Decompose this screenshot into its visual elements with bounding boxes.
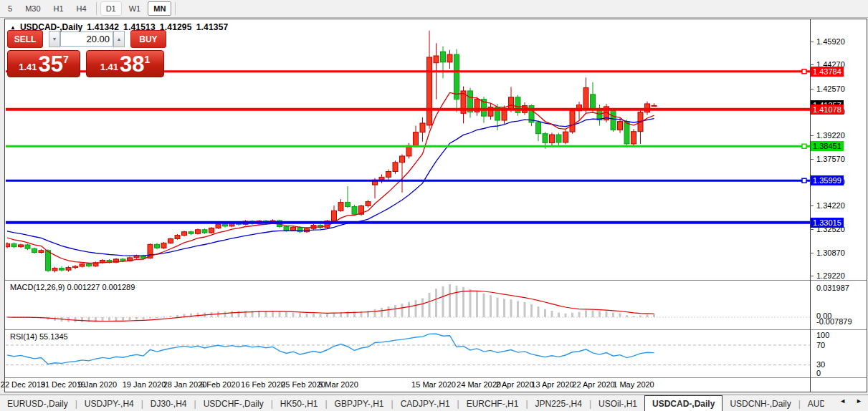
indicator-scale-label: 100 <box>816 331 829 339</box>
sell-price-box[interactable]: 1.41 35 7 <box>7 50 80 77</box>
tab-scroll-arrows: ◄ ► <box>839 397 862 405</box>
price-tick-label: 1.34220 <box>816 201 845 210</box>
price-tick-label: 1.29220 <box>816 271 845 280</box>
chart-tab-dj30-h4[interactable]: DJ30-,H4 <box>143 397 194 411</box>
buy-price-box[interactable]: 1.41 38 1 <box>86 50 164 77</box>
date-label: 19 Jan 2020 <box>123 380 166 389</box>
date-axis-separator <box>5 377 867 378</box>
chart-tab-usoil-h1[interactable]: USOil-,H1 <box>591 397 644 411</box>
rsi-label: RSI(14) 55.1345 <box>10 332 68 341</box>
date-label: 16 Feb 2020 <box>241 380 285 389</box>
date-label: 6 Feb 2020 <box>200 380 240 389</box>
date-label: 24 Mar 2020 <box>457 380 501 389</box>
chart-tab-eurchf-h1[interactable]: EURCHF-,H1 <box>459 397 526 411</box>
date-axis[interactable]: 22 Dec 201931 Dec 20199 Jan 202019 Jan 2… <box>5 379 810 392</box>
price-badge-1.41078: 1.41078 <box>811 105 844 115</box>
chart-tab-hk50-h1[interactable]: HK50-,H1 <box>273 397 325 411</box>
chart-tab-bar: EURUSD-,Daily|USDJPY-,H4|DJ30-,H4|USDCHF… <box>0 395 868 411</box>
indicator-scale-label: 0.031987 <box>816 284 849 292</box>
macd-pane-separator[interactable] <box>5 280 867 281</box>
chart-tab-cadjpy-h1[interactable]: CADJPY-,H1 <box>394 397 457 411</box>
price-tick-label: 1.42570 <box>816 84 845 93</box>
price-tick-mark <box>810 229 814 230</box>
price-badge-1.38451: 1.38451 <box>811 141 844 151</box>
volume-increase-button[interactable]: ▲ <box>113 31 125 47</box>
macd-label: MACD(12,26,9) 0.001227 0.001289 <box>10 283 135 291</box>
sell-price-prefix: 1.41 <box>19 62 37 72</box>
price-tick-mark <box>810 64 814 65</box>
price-tick-mark <box>810 253 814 253</box>
sell-price-pip: 7 <box>63 54 69 65</box>
indicator-scale-label: 70 <box>816 341 825 349</box>
date-label: 22 Dec 2019 <box>1 380 45 389</box>
volume-input[interactable] <box>60 32 113 47</box>
chart-tab-usdcnh-daily[interactable]: USDCNH-,Daily <box>722 397 798 411</box>
sell-price-big: 35 <box>39 54 63 75</box>
date-label: 15 Mar 2020 <box>411 380 456 389</box>
buy-price-prefix: 1.41 <box>100 62 118 72</box>
rsi-pane-separator[interactable] <box>5 329 867 330</box>
price-tick-label: 1.37570 <box>816 155 845 163</box>
price-tick-mark <box>810 89 814 90</box>
chart-tab-usdchf-daily[interactable]: USDCHF-,Daily <box>196 397 271 411</box>
price-axis[interactable]: 1.459201.442701.425701.409201.392201.375… <box>810 19 868 392</box>
price-tick-label: 1.30870 <box>816 248 845 257</box>
mt4-terminal: 5M30H1H4D1W1MN ▲ USDCAD-,Daily 1.41342 1… <box>0 0 868 411</box>
price-tick-label: 1.39220 <box>816 131 845 140</box>
chart-tab-eurusd-daily[interactable]: EURUSD-,Daily <box>0 397 75 411</box>
volume-decrease-button[interactable]: ▼ <box>49 31 60 47</box>
buy-price-pip: 1 <box>145 54 151 65</box>
chart-tab-jpn225-h4[interactable]: JPN225-,H4 <box>528 397 589 411</box>
date-label: 22 Apr 2020 <box>572 380 614 389</box>
chart-tab-usdjpy-h4[interactable]: USDJPY-,H4 <box>77 397 141 411</box>
date-label: 5 Mar 2020 <box>318 380 358 389</box>
chart-tab-audus[interactable]: AUDUS <box>801 397 824 411</box>
tab-scroll-right-icon[interactable]: ► <box>856 397 862 405</box>
ohlc-close: 1.41357 <box>196 22 229 32</box>
one-click-trading-panel: SELL ▼ ▲ BUY 1.41 35 7 1.41 38 1 <box>7 30 166 77</box>
date-label: 13 Apr 2020 <box>531 380 573 389</box>
chart-tab-usdcad-daily[interactable]: USDCAD-,Daily <box>644 395 722 411</box>
price-tick-mark <box>810 206 814 206</box>
price-badge-1.43784: 1.43784 <box>811 67 844 77</box>
indicator-scale-label: 30 <box>816 360 825 369</box>
indicator-scale-label: 0 <box>816 369 821 377</box>
date-label: 2 Apr 2020 <box>495 380 533 389</box>
indicator-scale-label: -0.007879 <box>816 317 852 326</box>
price-tick-mark <box>810 135 814 136</box>
chart-tab-gbpjpy-h1[interactable]: GBPJPY-,H1 <box>328 397 391 411</box>
tab-scroll-left-icon[interactable]: ◄ <box>839 397 846 405</box>
buy-button[interactable]: BUY <box>130 30 166 48</box>
price-tick-mark <box>810 276 814 276</box>
price-tick-mark <box>810 42 814 42</box>
buy-price-big: 38 <box>120 54 144 75</box>
date-label: 1 May 2020 <box>613 380 654 389</box>
price-badge-1.35999: 1.35999 <box>811 175 844 185</box>
price-badge-1.33015: 1.33015 <box>811 218 844 228</box>
date-label: 9 Jan 2020 <box>78 380 117 389</box>
sell-button[interactable]: SELL <box>7 30 43 48</box>
price-tick-label: 1.45920 <box>816 37 845 46</box>
price-tick-mark <box>810 159 814 160</box>
